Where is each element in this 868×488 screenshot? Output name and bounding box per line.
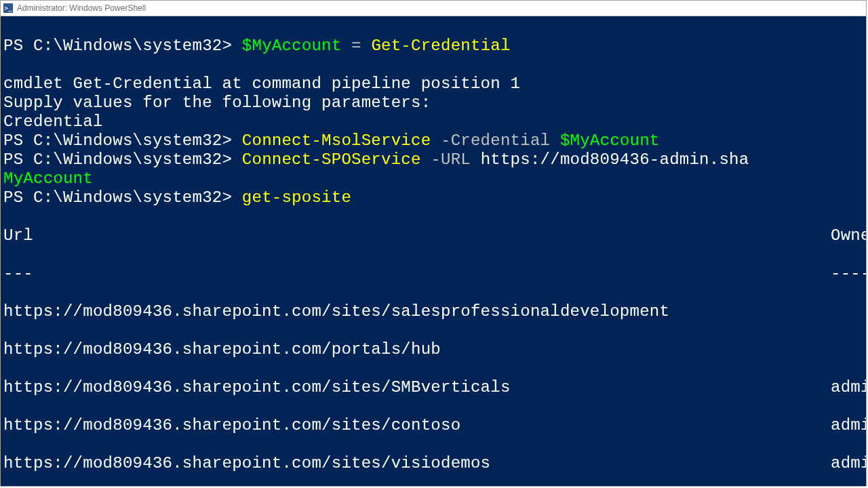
table-separator: ------- bbox=[3, 264, 866, 283]
prompt: PS C:\Windows\system32> bbox=[3, 37, 242, 55]
cmdlet: Get-Credential bbox=[371, 37, 510, 55]
powershell-icon: >_ bbox=[3, 3, 13, 13]
cell-url: https://mod809436.sharepoint.com/portals… bbox=[3, 340, 831, 359]
window-title-bar[interactable]: >_ Administrator: Windows PowerShell bbox=[1, 1, 866, 16]
column-header-url: Url bbox=[3, 226, 831, 245]
cell-owner: admi bbox=[831, 454, 866, 473]
output-line: Supply values for the following paramete… bbox=[3, 94, 431, 112]
cell-url: https://mod809436.sharepoint.com/sites/S… bbox=[3, 378, 831, 397]
variable: $MyAccount bbox=[560, 131, 660, 150]
prompt: PS C:\Windows\system32> bbox=[3, 131, 242, 150]
sep-url: --- bbox=[3, 264, 831, 283]
column-header-owner: Owne bbox=[831, 226, 866, 245]
table-row: https://mod809436.sharepoint.com/sites/v… bbox=[3, 454, 866, 473]
table-row: https://mod809436.sharepoint.com/sites/S… bbox=[3, 378, 866, 397]
parameter: -URL bbox=[421, 150, 481, 169]
cell-url: https://mod809436.sharepoint.com/sites/s… bbox=[3, 302, 831, 321]
variable: $MyAccount bbox=[242, 37, 342, 55]
powershell-window: >_ Administrator: Windows PowerShell PS … bbox=[0, 0, 867, 487]
argument: https://mod809436-admin.sha bbox=[481, 150, 749, 169]
table-row: https://mod809436.sharepoint.com/sites/c… bbox=[3, 416, 866, 435]
sep-owner: ---- bbox=[831, 264, 866, 283]
table-row: https://mod809436.sharepoint.com/portals… bbox=[3, 340, 866, 359]
prompt: PS C:\Windows\system32> bbox=[3, 188, 242, 207]
cell-owner: admi bbox=[831, 416, 866, 435]
table-row: https://mod809436.sharepoint.com/sites/s… bbox=[3, 302, 866, 321]
cell-url: https://mod809436.sharepoint.com/sites/v… bbox=[3, 454, 831, 473]
cmdlet: get-sposite bbox=[242, 188, 351, 207]
output-line: Credential bbox=[3, 113, 103, 131]
parameter: -Credential bbox=[431, 131, 560, 150]
cell-url: https://mod809436.sharepoint.com/sites/c… bbox=[3, 416, 831, 435]
output-line: cmdlet Get-Credential at command pipelin… bbox=[3, 75, 520, 93]
prompt: PS C:\Windows\system32> bbox=[3, 150, 242, 169]
window-title: Administrator: Windows PowerShell bbox=[17, 3, 146, 13]
cmdlet: Connect-SPOService bbox=[242, 150, 421, 169]
operator: = bbox=[341, 37, 371, 55]
cmdlet: Connect-MsolService bbox=[242, 131, 431, 150]
table-header: UrlOwne bbox=[3, 226, 866, 245]
cell-owner: admi bbox=[831, 378, 866, 397]
terminal-output[interactable]: PS C:\Windows\system32> $MyAccount = Get… bbox=[1, 16, 866, 486]
variable-wrap: MyAccount bbox=[3, 169, 93, 188]
